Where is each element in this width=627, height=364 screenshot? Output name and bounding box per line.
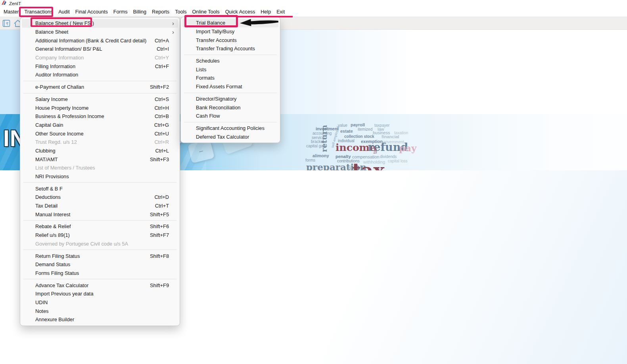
menu-item-e-payment-of-challan[interactable]: e-Payment of ChallanShift+F2: [22, 83, 178, 91]
menu-item-annexure-builder[interactable]: Annexure Builder: [22, 315, 178, 324]
menu-item-cash-flow[interactable]: Cash Flow: [182, 112, 278, 120]
menu-item-director-signatory[interactable]: Director/Signatory: [182, 95, 278, 103]
menu-item-mat-amt[interactable]: MAT/AMTShift+F3: [22, 155, 178, 164]
menu-item-shortcut: Ctrl+U: [154, 131, 175, 137]
menu-item-label: Setoff & B F: [35, 186, 175, 192]
menu-item-shortcut: Ctrl+H: [154, 105, 175, 111]
menu-item-label: Capital Gain: [35, 122, 154, 128]
menu-item-lists[interactable]: Lists: [182, 65, 278, 74]
menubar-item-quick-access[interactable]: Quick Access: [222, 8, 258, 16]
menu-separator: [23, 279, 176, 279]
menubar-item-audit[interactable]: Audit: [56, 8, 73, 16]
menu-item-forms-filing-status[interactable]: Forms Filing Status: [22, 269, 178, 278]
menubar-item-forms[interactable]: Forms: [111, 8, 130, 16]
menu-item-advance-tax-calculator[interactable]: Advance Tax CalculatorShift+F9: [22, 281, 178, 290]
menu-item-label: Lists: [196, 67, 275, 72]
menubar-item-transactions[interactable]: Transactions: [22, 8, 56, 16]
menu-separator: [23, 93, 176, 93]
menu-separator: [184, 55, 277, 55]
menu-item-fixed-assets-format[interactable]: Fixed Assets Format: [182, 82, 278, 91]
menu-separator: [184, 122, 277, 122]
menu-item-label: Director/Signatory: [196, 96, 275, 102]
menu-item-trial-balance[interactable]: Trial Balance: [182, 19, 278, 27]
menu-item-notes[interactable]: Notes: [22, 307, 178, 315]
rupee-ledger-icon[interactable]: ₹: [2, 19, 11, 28]
menu-item-balance-sheet-new-fs[interactable]: Balance Sheet ( New FS )›: [22, 19, 178, 28]
menu-item-deferred-tax-calculator[interactable]: Deferred Tax Calculator: [182, 132, 278, 141]
menu-item-label: e-Payment of Challan: [35, 84, 150, 90]
menu-item-other-source-income[interactable]: Other Source IncomeCtrl+U: [22, 129, 178, 138]
menu-item-bank-reconciliation[interactable]: Bank Reconciliation: [182, 103, 278, 112]
menu-item-label: Salary Income: [35, 96, 155, 102]
menu-item-nri-provisions[interactable]: NRI Provisions: [22, 172, 178, 181]
menu-item-house-property-income[interactable]: House Property IncomeCtrl+H: [22, 103, 178, 112]
menu-item-label: Transfer Trading Accounts: [196, 46, 275, 51]
wordcloud-word: pay: [399, 143, 416, 152]
menu-bar: MasterTransactionsAuditFinal AccountsFor…: [0, 7, 627, 17]
wordcloud-word: capital loss: [388, 159, 407, 163]
menu-separator: [23, 220, 176, 221]
menubar-item-billing[interactable]: Billing: [130, 8, 149, 16]
menu-item-general-information-bs-p-l[interactable]: General Information/ BS/ P&LCtrl+I: [22, 45, 178, 53]
menu-item-significant-accounting-policies[interactable]: Significant Accounting Policies: [182, 124, 278, 133]
menubar-item-tools[interactable]: Tools: [172, 8, 189, 16]
menu-item-auditor-information[interactable]: Auditor Information: [22, 71, 178, 79]
menu-item-import-tally-busy[interactable]: Import Tally/Busy: [182, 27, 278, 36]
menu-item-label: Formats: [196, 75, 275, 81]
menu-item-import-previous-year-data[interactable]: Import Previous year data: [22, 290, 178, 298]
menubar-item-master[interactable]: Master: [1, 8, 22, 16]
menubar-item-reports[interactable]: Reports: [149, 8, 172, 16]
menu-item-label: Other Source Income: [35, 131, 154, 137]
menu-item-shortcut: Shift+F9: [150, 282, 175, 288]
chevron-right-icon: ›: [172, 20, 175, 26]
application-window: ZenIT MasterTransactionsAuditFinal Accou…: [0, 0, 627, 364]
menu-item-relief-u-s-89-1[interactable]: Relief u/s 89(1)Shift+F7: [22, 231, 178, 240]
menu-item-label: Bank Reconciliation: [196, 105, 275, 111]
menu-item-transfer-accounts[interactable]: Transfer Accounts: [182, 36, 278, 44]
menu-item-tax-detail[interactable]: Tax DetailCtrl+T: [22, 202, 178, 210]
menu-item-deductions[interactable]: DeductionsCtrl+D: [22, 193, 178, 202]
window-title: ZenIT: [9, 1, 21, 6]
menu-item-manual-interest[interactable]: Manual InterestShift+F5: [22, 210, 178, 219]
menu-item-label: Relief u/s 89(1): [35, 232, 150, 238]
menu-item-shortcut: Shift+F5: [150, 212, 175, 217]
menu-item-capital-gain[interactable]: Capital GainCtrl+G: [22, 121, 178, 130]
menu-item-filling-information[interactable]: Filling InformationCtrl+F: [22, 62, 178, 71]
menu-item-transfer-trading-accounts[interactable]: Transfer Trading Accounts: [182, 44, 278, 53]
menu-item-label: Forms Filing Status: [35, 270, 175, 276]
menubar-item-exit[interactable]: Exit: [274, 8, 288, 16]
menubar-item-final-accounts[interactable]: Final Accounts: [73, 8, 111, 16]
menu-item-trust-regd-u-s-12: Trust Regd. u/s 12Ctrl+R: [22, 138, 178, 147]
menu-item-balance-sheet[interactable]: Balance Sheet›: [22, 28, 178, 36]
menu-separator: [23, 250, 176, 250]
menu-item-list-of-members-trustees: List of Members / Trustees: [22, 164, 178, 172]
menu-item-shortcut: Ctrl+B: [155, 113, 175, 119]
wordcloud-word: financial: [382, 135, 399, 139]
menu-item-additional-information-bank-credit-card-detail[interactable]: Additional Information (Bank & Credit Ca…: [22, 36, 178, 45]
menu-item-demand-status[interactable]: Demand Status: [22, 260, 178, 269]
menu-item-label: General Information/ BS/ P&L: [35, 46, 157, 52]
menu-item-clubbing[interactable]: ClubbingCtrl+L: [22, 147, 178, 155]
wordcloud-word: collection stock: [344, 135, 374, 139]
menu-item-setoff-b-f[interactable]: Setoff & B F: [22, 184, 178, 193]
menu-item-label: Business & Profession Income: [35, 113, 155, 119]
menu-item-label: Trust Regd. u/s 12: [35, 139, 154, 145]
menu-item-salary-income[interactable]: Salary IncomeCtrl+S: [22, 95, 178, 104]
menu-item-shortcut: Ctrl+R: [154, 139, 175, 145]
menu-item-shortcut: Ctrl+A: [155, 38, 175, 44]
menubar-item-help[interactable]: Help: [258, 8, 274, 16]
menu-item-label: NRI Provisions: [35, 173, 175, 179]
menu-item-business-profession-income[interactable]: Business & Profession IncomeCtrl+B: [22, 112, 178, 121]
menu-item-rebate-relief[interactable]: Rebate & ReliefShift+F6: [22, 222, 178, 231]
menu-item-udin[interactable]: UDIN: [22, 298, 178, 307]
menu-item-formats[interactable]: Formats: [182, 74, 278, 82]
menu-item-schedules[interactable]: Schedules: [182, 57, 278, 65]
menu-separator: [23, 182, 176, 183]
menu-item-label: Balance Sheet: [35, 29, 172, 35]
app-logo-icon: [1, 0, 7, 7]
title-bar: ZenIT: [0, 0, 627, 7]
menu-item-return-filing-status[interactable]: Return Filing StatusShift+F8: [22, 252, 178, 260]
menu-item-label: MAT/AMT: [35, 156, 150, 162]
wordcloud-word: tax: [373, 147, 378, 154]
menubar-item-online-tools[interactable]: Online Tools: [190, 8, 222, 16]
